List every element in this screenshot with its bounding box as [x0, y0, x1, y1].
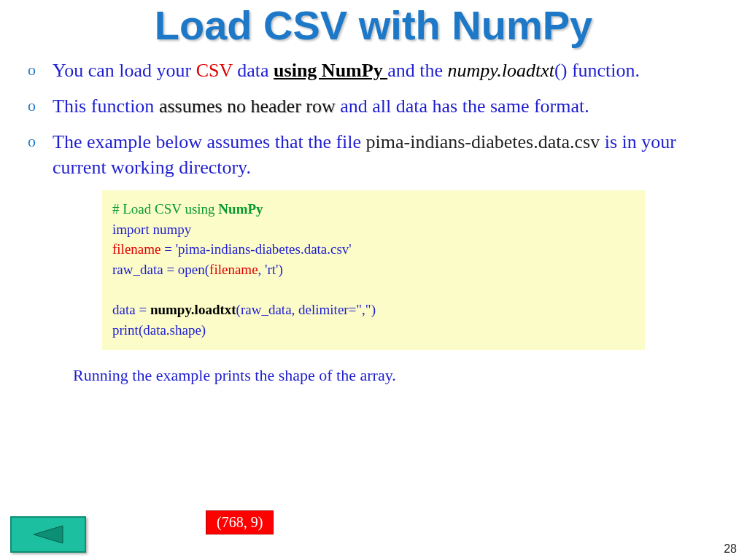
comment: # Load CSV using [112, 201, 218, 217]
code-block: # Load CSV using NumPy import numpy file… [102, 190, 645, 350]
emphasis-text: assumes no header row [159, 96, 336, 117]
bullet-list: You can load your CSV data using NumPy a… [25, 58, 722, 180]
code-blank-line [112, 280, 635, 300]
text: You can load your [53, 60, 196, 81]
bullet-3: The example below assumes that the file … [25, 129, 722, 180]
text: () [554, 60, 567, 81]
back-button[interactable] [10, 516, 86, 553]
code-text: (raw_data, delimiter=",") [236, 302, 376, 317]
code-line-6: data = numpy.loadtxt(raw_data, delimiter… [112, 300, 635, 320]
code-text: , 'rt') [258, 262, 283, 277]
comment-bold: NumPy [218, 201, 263, 217]
code-line-7: print(data.shape) [112, 320, 635, 341]
code-text: data = [112, 302, 150, 317]
text: and all data has the same format. [336, 96, 589, 117]
bullet-2: This function assumes no header row and … [25, 93, 722, 119]
code-text: raw_data = open( [112, 262, 209, 277]
text: This function [53, 96, 159, 117]
text: function. [567, 60, 640, 81]
code-line-2: import numpy [112, 219, 635, 240]
filename-text: pima-indians-diabetes.data.csv [366, 131, 600, 152]
page-number: 28 [724, 542, 737, 556]
numpy-underline: using NumPy [274, 60, 387, 81]
code-line-3: filename = 'pima-indians-diabetes.data.c… [112, 239, 635, 260]
text: and the [387, 60, 447, 81]
csv-text: CSV [196, 60, 233, 81]
var-name: filename [112, 241, 160, 257]
code-text: = 'pima-indians-diabetes.data.csv' [160, 241, 351, 257]
caption-text: Running the example prints the shape of … [73, 366, 747, 385]
text: data [233, 60, 274, 81]
code-line-4: raw_data = open(filename, 'rt') [112, 260, 635, 280]
output-box: (768, 9) [206, 510, 274, 534]
svg-marker-0 [34, 526, 63, 543]
var-name: filename [209, 262, 258, 277]
bullet-1: You can load your CSV data using NumPy a… [25, 58, 722, 83]
function-call: numpy.loadtxt [150, 302, 236, 317]
function-name: numpy.loadtxt [447, 60, 554, 81]
slide-title: Load CSV with NumPy [0, 1, 747, 49]
code-line-1: # Load CSV using NumPy [112, 199, 635, 219]
text: The example below assumes that the file [53, 131, 366, 152]
triangle-left-icon [31, 524, 66, 545]
